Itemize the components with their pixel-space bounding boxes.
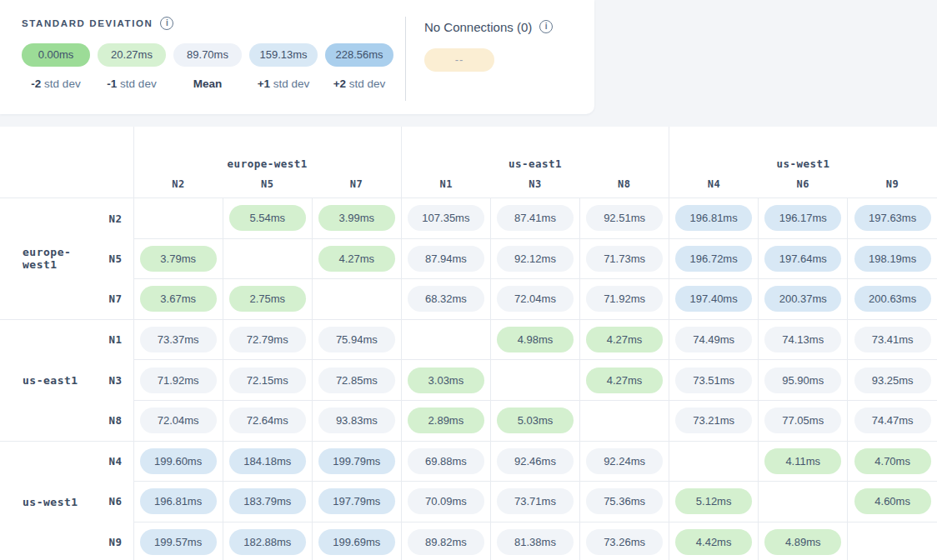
latency-pill[interactable]: 197.63ms xyxy=(854,205,931,231)
latency-pill[interactable]: 4.27ms xyxy=(318,246,395,272)
matrix-cell: 70.09ms xyxy=(401,482,490,522)
latency-pill[interactable]: 200.37ms xyxy=(764,286,841,312)
latency-pill[interactable]: 4.60ms xyxy=(854,488,931,514)
latency-pill[interactable]: 93.25ms xyxy=(854,368,931,393)
matrix-cell: 92.24ms xyxy=(580,441,669,482)
latency-pill[interactable]: 199.79ms xyxy=(318,448,395,474)
matrix-cell: 87.41ms xyxy=(490,198,579,239)
latency-pill[interactable]: 4.42ms xyxy=(675,529,752,555)
latency-pill[interactable]: 70.09ms xyxy=(408,488,484,514)
latency-pill[interactable]: 68.32ms xyxy=(408,286,484,312)
latency-pill[interactable]: 2.75ms xyxy=(229,286,306,312)
latency-pill[interactable]: 73.51ms xyxy=(675,368,752,393)
row-region-label: us-east1 xyxy=(0,319,93,441)
latency-pill[interactable]: 196.81ms xyxy=(675,205,752,231)
latency-pill[interactable]: 196.17ms xyxy=(764,205,841,231)
latency-pill[interactable]: 71.92ms xyxy=(586,286,663,312)
latency-pill[interactable]: 92.46ms xyxy=(497,448,574,474)
latency-pill[interactable]: 4.98ms xyxy=(497,327,574,352)
matrix-cell: 2.89ms xyxy=(401,400,490,441)
std-dev-legend-section: STANDARD DEVIATION i 0.00ms-2 std dev20.… xyxy=(22,16,393,114)
latency-pill[interactable]: 196.72ms xyxy=(675,246,752,272)
matrix-cell: 3.67ms xyxy=(133,279,223,320)
latency-pill[interactable]: 200.63ms xyxy=(854,286,931,312)
matrix-cell: 4.27ms xyxy=(580,360,669,401)
matrix-cell: 184.18ms xyxy=(223,441,312,482)
latency-pill[interactable]: 197.64ms xyxy=(764,246,841,272)
latency-pill[interactable]: 92.24ms xyxy=(586,448,663,474)
latency-pill[interactable]: 199.60ms xyxy=(140,448,217,474)
latency-pill[interactable]: 3.67ms xyxy=(140,286,217,312)
latency-pill[interactable]: 72.64ms xyxy=(229,408,306,433)
latency-pill[interactable]: 2.89ms xyxy=(408,408,484,433)
latency-pill[interactable]: 196.81ms xyxy=(140,488,217,514)
latency-pill[interactable]: 4.27ms xyxy=(586,368,663,393)
matrix-cell: 95.90ms xyxy=(759,360,848,401)
legend-stop-label-strong: Mean xyxy=(193,78,223,90)
latency-pill[interactable]: 182.88ms xyxy=(229,529,306,555)
latency-pill[interactable]: 73.26ms xyxy=(586,529,663,555)
latency-pill[interactable]: 73.41ms xyxy=(854,327,931,352)
info-icon[interactable]: i xyxy=(160,17,173,30)
latency-pill[interactable]: 93.83ms xyxy=(318,408,395,433)
latency-pill[interactable]: 81.38ms xyxy=(497,529,574,555)
latency-pill[interactable]: 72.79ms xyxy=(229,327,306,352)
latency-pill[interactable]: 5.12ms xyxy=(675,488,752,514)
matrix-row: N73.67ms2.75ms68.32ms72.04ms71.92ms197.4… xyxy=(0,279,937,320)
matrix-cell: 4.11ms xyxy=(759,441,848,482)
matrix-cell: 73.21ms xyxy=(669,400,759,441)
latency-pill[interactable]: 107.35ms xyxy=(408,205,484,231)
matrix-row: N371.92ms72.15ms72.85ms3.03ms4.27ms73.51… xyxy=(0,360,937,401)
latency-pill[interactable]: 72.85ms xyxy=(318,368,395,393)
matrix-cell: 93.83ms xyxy=(312,400,401,441)
latency-pill[interactable]: 75.36ms xyxy=(586,488,663,514)
latency-pill[interactable]: 92.12ms xyxy=(497,246,574,272)
latency-pill[interactable]: 4.89ms xyxy=(764,529,841,555)
matrix-row: N53.79ms4.27ms87.94ms92.12ms71.73ms196.7… xyxy=(0,238,937,279)
latency-pill[interactable]: 4.11ms xyxy=(764,448,841,474)
latency-pill[interactable]: 197.79ms xyxy=(318,488,395,514)
latency-pill[interactable]: 184.18ms xyxy=(229,448,306,474)
latency-pill[interactable]: 5.54ms xyxy=(229,205,306,231)
matrix-cell: 92.12ms xyxy=(490,238,579,279)
latency-pill[interactable]: 72.04ms xyxy=(140,408,217,433)
latency-pill[interactable]: 4.27ms xyxy=(586,327,663,352)
latency-pill[interactable]: 77.05ms xyxy=(764,408,841,433)
latency-pill[interactable]: 199.69ms xyxy=(318,529,395,555)
latency-pill[interactable]: 3.79ms xyxy=(140,246,217,272)
latency-pill[interactable]: 183.79ms xyxy=(229,488,306,514)
latency-pill[interactable]: 89.82ms xyxy=(408,529,484,555)
latency-pill[interactable]: 74.47ms xyxy=(854,408,931,433)
latency-pill[interactable]: 73.71ms xyxy=(497,488,574,514)
matrix-cell: 4.27ms xyxy=(312,238,401,279)
latency-pill[interactable]: 197.40ms xyxy=(675,286,752,312)
latency-pill[interactable]: 3.03ms xyxy=(408,368,484,393)
latency-pill[interactable]: 3.99ms xyxy=(318,205,395,231)
latency-pill[interactable]: 95.90ms xyxy=(764,368,841,393)
matrix-corner-cell xyxy=(0,127,133,198)
latency-pill[interactable]: 73.37ms xyxy=(140,327,217,352)
latency-pill[interactable]: 71.92ms xyxy=(140,368,217,393)
latency-pill[interactable]: 5.03ms xyxy=(497,408,574,433)
latency-pill[interactable]: 74.49ms xyxy=(675,327,752,352)
info-icon[interactable]: i xyxy=(539,20,553,33)
latency-pill[interactable]: 74.13ms xyxy=(764,327,841,352)
matrix-cell: 5.03ms xyxy=(490,400,579,441)
latency-pill[interactable]: 73.21ms xyxy=(675,408,752,433)
latency-pill[interactable]: 69.88ms xyxy=(408,448,484,474)
row-node-label: N1 xyxy=(93,319,133,360)
latency-pill[interactable]: 75.94ms xyxy=(318,327,395,352)
latency-pill[interactable]: 198.19ms xyxy=(854,246,931,272)
latency-pill[interactable]: 4.70ms xyxy=(854,448,931,474)
latency-pill[interactable]: 87.94ms xyxy=(408,246,484,272)
matrix-cell-self xyxy=(848,522,937,560)
latency-pill[interactable]: 92.51ms xyxy=(586,205,663,231)
latency-pill[interactable]: 199.57ms xyxy=(140,529,217,555)
latency-pill[interactable]: 72.04ms xyxy=(497,286,574,312)
latency-pill[interactable]: 71.73ms xyxy=(586,246,663,272)
legend-stop-label: -1 std dev xyxy=(98,78,166,90)
matrix-cell: 3.03ms xyxy=(401,360,490,401)
legend-stops: 0.00ms-2 std dev20.27ms-1 std dev89.70ms… xyxy=(22,43,393,90)
latency-pill[interactable]: 72.15ms xyxy=(229,368,306,393)
latency-pill[interactable]: 87.41ms xyxy=(497,205,574,231)
